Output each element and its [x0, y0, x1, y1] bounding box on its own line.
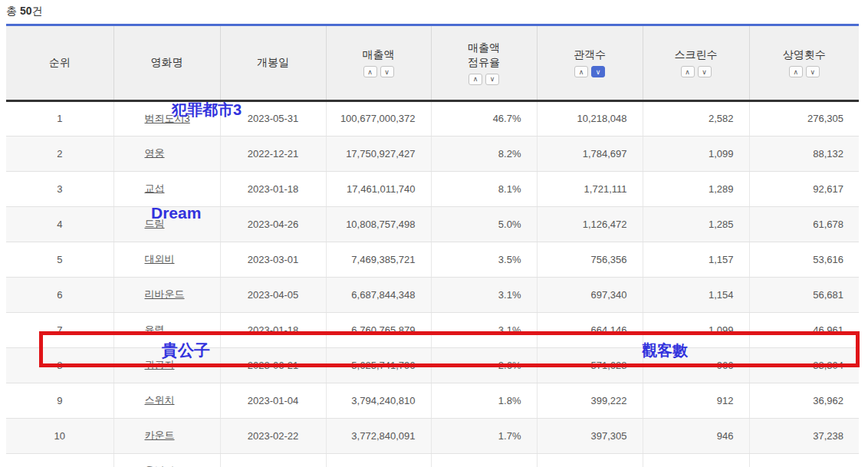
cell-audience: 314,152	[537, 453, 643, 467]
cell-release: 2023-04-05	[220, 277, 326, 312]
column-label: 영화명	[151, 56, 183, 68]
cell-movie: 웅남이	[113, 453, 220, 467]
cell-audience: 697,340	[537, 277, 643, 312]
annotation-movie1-chinese: 犯罪都市3	[172, 100, 242, 120]
cell-rank: 2	[6, 136, 113, 171]
movie-link[interactable]: 대외비	[145, 253, 175, 265]
movie-link[interactable]: 스위치	[145, 394, 175, 406]
cell-share: 5.0%	[431, 206, 537, 242]
sort-asc-icon[interactable]: ∧	[469, 74, 482, 85]
movie-link[interactable]: 교섭	[145, 183, 165, 194]
total-count-value: 50	[20, 5, 32, 17]
cell-showings: 92,617	[749, 171, 859, 206]
cell-showings: 37,238	[749, 418, 859, 453]
sort-controls-screens: ∧ ∨	[643, 66, 749, 77]
sort-desc-icon[interactable]: ∨	[698, 66, 712, 77]
cell-audience: 1,126,472	[537, 206, 643, 242]
cell-sales: 5,625,741,796	[326, 347, 431, 383]
cell-sales: 10,808,757,498	[326, 206, 431, 242]
cell-audience: 10,218,048	[537, 100, 643, 136]
sort-desc-icon[interactable]: ∨	[806, 66, 820, 77]
cell-screens: 1,289	[643, 171, 749, 206]
cell-movie: 교섭	[113, 171, 220, 206]
column-header-movie: 영화명	[113, 26, 220, 100]
cell-share: 1.8%	[431, 383, 537, 418]
annotation-audience-chinese: 觀客數	[642, 340, 688, 361]
cell-showings: 36,962	[749, 383, 859, 418]
cell-share: 3.1%	[431, 277, 537, 312]
total-suffix: 건	[31, 5, 42, 17]
cell-share: 2.6%	[431, 347, 537, 383]
cell-rank: 4	[6, 206, 113, 242]
sort-asc-icon[interactable]: ∧	[363, 66, 377, 77]
cell-audience: 1,784,697	[537, 136, 643, 171]
table-row: 3교섭2023-01-1817,461,011,7408.1%1,721,111…	[6, 171, 859, 206]
cell-rank: 11	[6, 453, 113, 467]
cell-rank: 5	[6, 242, 113, 277]
cell-release: 2023-03-22	[220, 453, 326, 467]
cell-release: 2023-01-18	[220, 312, 326, 347]
cell-screens: 912	[643, 383, 749, 418]
cell-rank: 7	[6, 312, 113, 347]
movie-link[interactable]: 영웅	[145, 147, 165, 159]
cell-screens: 946	[643, 418, 749, 453]
total-prefix: 총	[6, 5, 17, 17]
cell-share: 8.2%	[431, 136, 537, 171]
column-header-release: 개봉일	[220, 26, 326, 100]
sort-controls-showings: ∧ ∨	[750, 66, 860, 77]
cell-audience: 664,146	[537, 312, 643, 347]
box-office-table: 순위 영화명 개봉일 매출액 ∧ ∨ 매출액 점유율 ∧	[6, 26, 859, 467]
cell-movie: 리바운드	[113, 277, 220, 312]
table-row: 8귀공자2023-06-215,625,741,7962.6%571,62896…	[6, 347, 859, 383]
box-office-page: 총 50건 순위 영화명 개봉일 매출액 ∧ ∨	[0, 0, 868, 467]
cell-share: 1.3%	[431, 453, 537, 467]
cell-showings: 33,304	[749, 347, 859, 383]
cell-rank: 3	[6, 171, 113, 206]
annotation-movie8-chinese: 貴公子	[162, 340, 210, 361]
column-label: 스크린수	[675, 48, 718, 61]
cell-showings: 276,305	[749, 100, 859, 136]
sort-desc-icon[interactable]: ∨	[380, 66, 394, 77]
sort-asc-icon[interactable]: ∧	[789, 66, 803, 77]
movie-link[interactable]: 유령	[145, 324, 165, 335]
column-label: 매출액	[363, 48, 395, 61]
movie-link[interactable]: 카운트	[145, 429, 175, 441]
column-label: 순위	[49, 56, 71, 68]
column-label: 관객수	[574, 48, 606, 61]
cell-share: 3.1%	[431, 312, 537, 347]
column-label: 상영횟수	[783, 48, 826, 61]
cell-release: 2023-01-04	[220, 383, 326, 418]
cell-screens: 1,154	[643, 277, 749, 312]
column-label: 매출액 점유율	[468, 41, 500, 68]
cell-movie: 카운트	[113, 418, 220, 453]
sort-asc-icon[interactable]: ∧	[574, 66, 588, 77]
sort-desc-icon[interactable]: ∨	[485, 74, 499, 85]
cell-release: 2023-02-22	[220, 418, 326, 453]
cell-movie: 대외비	[113, 242, 220, 277]
cell-share: 3.5%	[431, 242, 537, 277]
column-header-share: 매출액 점유율 ∧ ∨	[431, 26, 537, 100]
cell-showings: 61,678	[749, 206, 859, 242]
cell-sales: 7,469,385,721	[326, 242, 431, 277]
table-row: 4드림2023-04-2610,808,757,4985.0%1,126,472…	[6, 206, 859, 242]
table-row: 10카운트2023-02-223,772,840,0911.7%397,3059…	[6, 418, 859, 453]
cell-sales: 17,750,927,427	[326, 136, 431, 171]
sort-desc-icon-active[interactable]: ∨	[591, 66, 605, 77]
cell-showings: 53,616	[749, 242, 859, 277]
sort-asc-icon[interactable]: ∧	[681, 66, 695, 77]
table-row: 6리바운드2023-04-056,687,844,3483.1%697,3401…	[6, 277, 859, 312]
cell-release: 2022-12-21	[220, 136, 326, 171]
table-row: 2영웅2022-12-2117,750,927,4278.2%1,784,697…	[6, 136, 859, 171]
cell-share: 46.7%	[431, 100, 537, 136]
cell-movie: 영웅	[113, 136, 220, 171]
cell-sales: 100,677,000,372	[326, 100, 431, 136]
cell-audience: 399,222	[537, 383, 643, 418]
cell-sales: 2,867,713,071	[326, 453, 431, 467]
box-office-table-wrap: 순위 영화명 개봉일 매출액 ∧ ∨ 매출액 점유율 ∧	[6, 24, 859, 467]
cell-screens: 1,099	[643, 136, 749, 171]
cell-screens: 1,285	[643, 206, 749, 242]
movie-link[interactable]: 리바운드	[145, 288, 185, 300]
cell-sales: 6,687,844,348	[326, 277, 431, 312]
cell-movie: 스위치	[113, 383, 220, 418]
table-row: 11웅남이2023-03-222,867,713,0711.3%314,1528…	[6, 453, 859, 467]
